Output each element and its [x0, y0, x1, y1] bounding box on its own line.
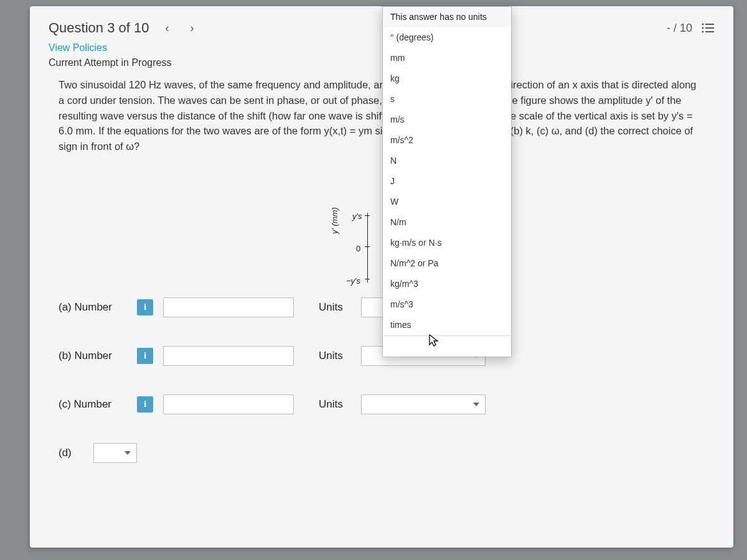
view-policies-link[interactable]: View Policies	[30, 41, 733, 57]
units-option[interactable]: N/m^2 or Pa	[383, 253, 511, 274]
score-group: - / 10	[667, 22, 715, 35]
answer-row-c: (c) Number i Units	[59, 394, 705, 414]
part-c-number-input[interactable]	[163, 394, 294, 414]
y-axis-tick-bot: −y's	[346, 276, 360, 286]
y-axis-label: y' (mm)	[330, 207, 339, 234]
units-option[interactable]: W	[383, 192, 511, 212]
axis-tick	[365, 215, 370, 216]
units-select-displayed-blank[interactable]	[383, 335, 511, 357]
part-d-sign-select[interactable]	[93, 443, 137, 463]
part-a-number-input[interactable]	[163, 297, 294, 317]
answer-row-b: (b) Number i Units	[59, 346, 705, 366]
info-icon[interactable]: i	[137, 396, 153, 413]
info-icon[interactable]: i	[137, 299, 153, 315]
units-option[interactable]: kg/m^3	[383, 274, 511, 294]
problem-text: Two sinusoidal 120 Hz waves, of the same…	[30, 77, 733, 154]
mouse-cursor-icon	[428, 334, 439, 350]
units-option[interactable]: ° (degrees)	[383, 27, 511, 48]
units-option[interactable]: m/s^3	[383, 294, 511, 315]
header-row: Question 3 of 10 ‹ › - / 10	[30, 6, 733, 41]
y-axis-tick-mid: 0	[356, 244, 360, 253]
part-c-units-select[interactable]	[361, 394, 486, 414]
units-option[interactable]: kg·m/s or N·s	[383, 233, 511, 253]
units-label-c: Units	[319, 398, 351, 411]
units-option[interactable]: This answer has no units	[383, 7, 511, 27]
part-b-label: (b) Number	[59, 350, 127, 362]
info-icon[interactable]: i	[137, 348, 153, 364]
part-a-label: (a) Number	[59, 301, 127, 314]
question-title-group: Question 3 of 10 ‹ ›	[49, 20, 199, 36]
units-option[interactable]: m/s	[383, 110, 511, 130]
units-option[interactable]: times	[383, 315, 511, 335]
units-option[interactable]: kg	[383, 68, 511, 89]
part-d-label: (d)	[59, 447, 83, 459]
score-text: - / 10	[667, 22, 692, 35]
part-c-label: (c) Number	[59, 398, 127, 411]
axis-tick	[365, 279, 370, 279]
svg-rect-3	[705, 27, 714, 29]
prev-question-button[interactable]: ‹	[160, 21, 174, 36]
part-b-number-input[interactable]	[163, 346, 294, 366]
units-option[interactable]: m/s^2	[383, 130, 511, 151]
y-axis-tick-top: y's	[352, 212, 362, 221]
units-option[interactable]: s	[383, 89, 511, 110]
y-axis-line	[367, 213, 368, 282]
assessment-page: Question 3 of 10 ‹ › - / 10 View Policie…	[30, 6, 733, 548]
units-option[interactable]: N	[383, 151, 511, 171]
svg-point-2	[702, 27, 703, 29]
units-dropdown-open: This answer has no units ° (degrees) mm …	[382, 6, 512, 357]
question-list-icon[interactable]	[701, 22, 715, 34]
units-option[interactable]: N/m	[383, 212, 511, 233]
svg-point-0	[702, 23, 703, 25]
units-label-b: Units	[319, 350, 351, 362]
answer-row-a: (a) Number i Units	[59, 297, 705, 317]
attempt-status: Current Attempt in Progress	[30, 57, 733, 77]
answer-row-d: (d)	[59, 443, 705, 463]
question-title: Question 3 of 10	[49, 20, 149, 36]
svg-rect-1	[705, 24, 714, 25]
svg-point-4	[702, 30, 703, 32]
units-option[interactable]: J	[383, 171, 511, 192]
svg-rect-5	[705, 31, 714, 32]
axis-tick	[365, 246, 370, 247]
next-question-button[interactable]: ›	[185, 21, 199, 36]
units-option[interactable]: mm	[383, 48, 511, 68]
units-label-a: Units	[319, 301, 351, 314]
answer-section: (a) Number i Units (b) Number i Units (c…	[30, 297, 733, 463]
